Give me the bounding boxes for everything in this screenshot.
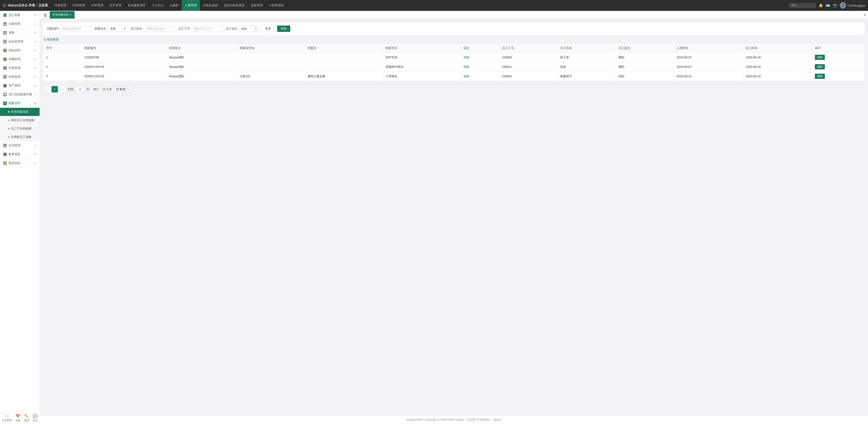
sidebar-item-education[interactable]: 🎓 教育背景 ▼ [0, 150, 39, 159]
cell-entry-date: 2020-09-14 [674, 72, 743, 81]
sidebar-sub-all-archives[interactable]: 所有档案信息 [0, 108, 39, 116]
tab-all-archives[interactable]: 所有档案信息 ✕ [50, 11, 74, 19]
sidebar-item-reward[interactable]: ⭐ 奖惩信息 ▼ [0, 159, 39, 168]
status-valid-badge[interactable]: 有效 [463, 74, 469, 78]
data-actions: ↻ 刷新数据 [43, 37, 864, 41]
tabs-bar: 🏠 所有档案信息 ✕ ▼ [40, 11, 868, 19]
search-button[interactable]: 搜索 [277, 26, 290, 32]
cell-status: 有效 [461, 62, 499, 72]
refresh-button[interactable]: ↻ 刷新数据 [43, 37, 59, 41]
archive-no-input[interactable] [60, 26, 92, 32]
nav-item-erp[interactable]: ERP管理 [88, 0, 106, 11]
employee-status-label: 员工状态 [225, 27, 237, 31]
cell-emp-status: 离职 [616, 62, 674, 72]
sidebar-item-vehicle[interactable]: 🚗 车辆管理 ▼ [0, 55, 39, 64]
sidebar-bottom-notes[interactable]: ✏️ 笔记 [24, 414, 29, 422]
prev-page-button[interactable]: ‹ [43, 86, 50, 92]
id-card-icon[interactable]: 🪪 [826, 3, 830, 7]
page-goto-input[interactable] [75, 87, 85, 92]
sidebar-sub-no-archive[interactable]: 无档案员工提醒 [0, 133, 39, 141]
tab-close-icon[interactable]: ✕ [70, 13, 72, 16]
nav-menu: 学校管理 CRM管理 ERP管理 生产管理 售后服务管理 个人中心 云服务 人事… [51, 0, 789, 11]
cell-action: 编辑 [812, 72, 864, 81]
bell-icon[interactable]: 🔔 [819, 3, 823, 7]
sidebar-item-employee-files[interactable]: 👤 员工档案 ▼ [0, 11, 39, 20]
reward-icon: ⭐ [3, 161, 7, 165]
cell-manage-unit: Skyeye团队 [166, 53, 237, 62]
edit-button[interactable]: 编辑 [815, 55, 825, 60]
archive-no-label: 档案编号 [47, 27, 59, 31]
cell-emp-name: 张贵 [557, 62, 616, 72]
next-page-button[interactable]: › [60, 86, 66, 92]
col-entry-date: 入档时间 [674, 44, 743, 53]
nav-item-crm[interactable]: CRM管理 [69, 0, 88, 11]
sidebar-item-dict[interactable]: 📖 员工信息数据字典 ▼ [0, 90, 39, 99]
search-input[interactable] [789, 3, 816, 8]
cell-education: 初中毕业 [383, 53, 460, 62]
per-page-select[interactable]: 15 条/页 30 条/页 50 条/页 [114, 87, 131, 92]
cell-education: 普通高中肄业 [383, 62, 460, 72]
reset-button[interactable]: 重置 [262, 25, 274, 32]
page-confirm-button[interactable]: 确定 [91, 86, 101, 92]
cell-manage-unit: Skyeye团队 [166, 72, 237, 81]
archive-status-select[interactable]: 全部 有效 无效 [107, 26, 128, 32]
table-row: 2 202007130729 Skyeye团队 普通高中肄业 有效 100001… [43, 62, 864, 72]
chevron-up-icon: ▲ [34, 102, 36, 104]
nav-item-aftersale[interactable]: 售后服务管理 [125, 0, 149, 11]
user-area[interactable]: 👤 chendongguo [840, 2, 865, 8]
sidebar-item-cert[interactable]: 🏅 证书管理 ▼ [0, 141, 39, 150]
files-icon: 📄 [4, 414, 9, 418]
nav-item-school[interactable]: 学校管理 [51, 0, 69, 11]
top-navigation: ☰ skyeye云办公 作者：卫志强 学校管理 CRM管理 ERP管理 生产管理… [0, 0, 868, 11]
filter-employee-name: 员工姓名 [131, 26, 176, 32]
nav-item-workflow[interactable]: 流程管理 [248, 0, 266, 11]
sidebar-item-attendance[interactable]: ⏰ 考勤 ▼ [0, 28, 39, 37]
sidebar-item-seal[interactable]: 🔖 印章管理 ▼ [0, 64, 39, 72]
employee-id-input[interactable] [191, 26, 223, 32]
nav-item-hr[interactable]: 人事管理 [182, 0, 200, 11]
camera-icon[interactable]: 📷 [833, 3, 837, 7]
status-valid-badge[interactable]: 有效 [463, 65, 469, 68]
nav-item-personal[interactable]: 个人中心 [149, 0, 166, 11]
chevron-icon: ▼ [34, 153, 36, 156]
sidebar-item-license[interactable]: 🪪 证照管理 ▼ [0, 72, 39, 81]
archive-submenu: 所有档案信息 离职员工在档提醒 员工不在档提醒 无档案员工提醒 [0, 108, 39, 141]
hamburger-icon[interactable]: ☰ [3, 3, 6, 8]
sidebar-bottom-files[interactable]: 📄 文件管理 [2, 414, 12, 422]
notes-icon: ✏️ [24, 414, 29, 418]
sidebar-item-supplies[interactable]: 📦 用品管理 ▼ [0, 46, 39, 55]
sidebar-item-schedule[interactable]: 📅 日程管理 ▼ [0, 20, 39, 28]
employee-status-select[interactable]: 全部 在职 离职 [239, 26, 259, 32]
sidebar-bottom-calendar[interactable]: 📅 日程 [16, 414, 20, 422]
tab-home[interactable]: 🏠 [41, 11, 49, 19]
chevron-icon: ▼ [34, 14, 36, 17]
cert-icon: 🏅 [3, 144, 7, 147]
cell-education: 小学肄业 [383, 72, 460, 81]
sidebar-bottom-forum[interactable]: 💬 论坛 [33, 414, 38, 422]
employee-name-input[interactable] [144, 26, 176, 32]
nav-item-monitor[interactable]: 监控与报表系统 [221, 0, 248, 11]
page-1-button[interactable]: 1 [52, 86, 58, 92]
nav-item-miniprogram[interactable]: 小程序系统 [266, 0, 287, 11]
status-valid-badge[interactable]: 有效 [463, 56, 469, 59]
goto-label: 到第 [68, 87, 74, 91]
supplies-icon: 📦 [3, 49, 7, 52]
nav-item-production[interactable]: 生产管理 [106, 0, 125, 11]
cell-status: 有效 [461, 72, 499, 81]
nav-item-dev[interactable]: 开发者桌面 [200, 0, 221, 11]
nav-item-cloud[interactable]: 云服务 [166, 0, 182, 11]
footer-text: skyeye云系列 | Copyright © 2018~2020 | auth… [406, 418, 501, 421]
sidebar-sub-resigned-reminder[interactable]: 离职员工在档提醒 [0, 116, 39, 124]
sidebar-item-asset[interactable]: 💼 资产管理 ▼ [0, 81, 39, 90]
sidebar-item-meeting[interactable]: 🏢 会议室管理 ▼ [0, 37, 39, 46]
edit-button[interactable]: 编辑 [815, 64, 825, 69]
tab-label: 所有档案信息 [53, 13, 69, 17]
edit-button[interactable]: 编辑 [815, 74, 825, 79]
brand-title: skyeye云办公 作者：卫志强 [8, 3, 48, 7]
sidebar-sub-not-in-archive[interactable]: 员工不在档提醒 [0, 124, 39, 133]
pagination: ‹ 1 › 到第 页 确定 共 3 条 15 条/页 30 条/页 50 条/页 [43, 84, 864, 94]
username: chendongguo [847, 4, 865, 7]
cell-emp-id: 100000 [499, 53, 557, 62]
tabs-dropdown-icon[interactable]: ▼ [863, 13, 866, 17]
sidebar-item-archive[interactable]: 🗄 档案管理 ▲ [0, 99, 39, 108]
